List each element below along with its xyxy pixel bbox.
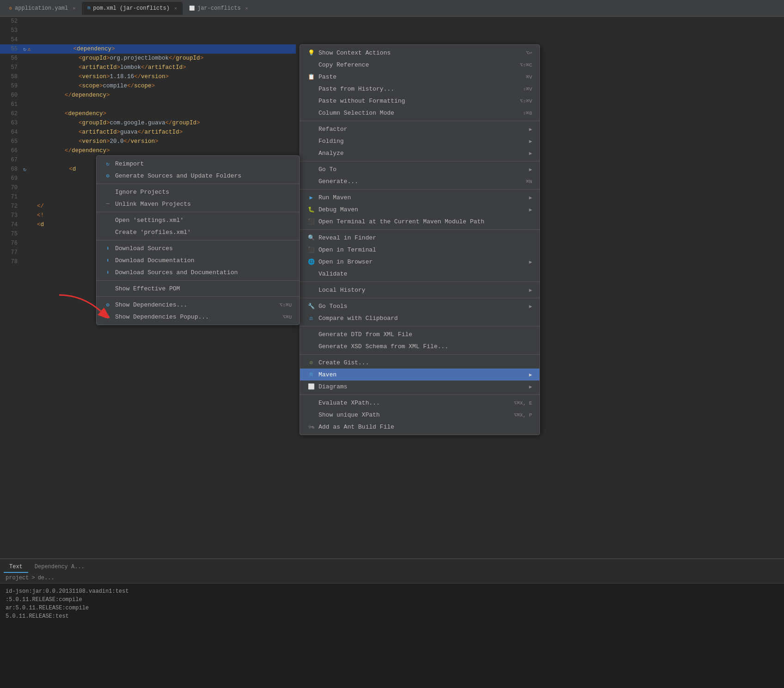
compare-clipboard-icon: ⚖ bbox=[307, 314, 315, 322]
bottom-content: id-json:jar:0.0.20131108.vaadin1:test :5… bbox=[0, 584, 784, 624]
menu-item-paste-history[interactable]: Paste from History... ⇧⌘V bbox=[300, 83, 539, 95]
show-unique-xpath-shortcut: ⌥⌘X, P bbox=[514, 412, 532, 418]
context-actions-icon: 💡 bbox=[307, 49, 315, 56]
menu-label-show-deps: Show Dependencies... bbox=[115, 301, 187, 308]
menu-item-paste[interactable]: 📋 Paste ⌘V bbox=[300, 71, 539, 83]
open-browser-icon: 🌐 bbox=[307, 258, 315, 265]
menu-item-effective-pom[interactable]: Show Effective POM bbox=[97, 283, 299, 295]
ignore-icon bbox=[104, 188, 111, 196]
menu-label-paste-no-format: Paste without Formatting bbox=[318, 98, 405, 104]
menu-item-generate-sources[interactable]: ⚙ Generate Sources and Update Folders bbox=[97, 170, 299, 182]
local-history-arrow: ▶ bbox=[529, 287, 532, 293]
tab-pom-close[interactable]: ✕ bbox=[174, 6, 177, 11]
tab-jar[interactable]: ⬜ jar-conflicts ✕ bbox=[184, 2, 254, 15]
tab-yaml[interactable]: ⚙ application.yaml ✕ bbox=[4, 2, 81, 15]
sep-2 bbox=[97, 212, 299, 212]
column-mode-icon bbox=[307, 109, 315, 117]
show-deps-popup-shortcut: ⌥⌘U bbox=[282, 314, 292, 320]
menu-item-diagrams[interactable]: ⬜ Diagrams ▶ bbox=[300, 381, 539, 393]
menu-item-add-ant-build[interactable]: 🐜 Add as Ant Build File bbox=[300, 421, 539, 433]
code-panel[interactable]: 52 53 54 55 ↻ ⚠ <dependency> 56 <g bbox=[0, 17, 296, 651]
paste-history-icon bbox=[307, 85, 315, 92]
menu-item-goto[interactable]: Go To ▶ bbox=[300, 163, 539, 175]
menu-item-gen-xsd[interactable]: Generate XSD Schema from XML File... bbox=[300, 340, 539, 352]
menu-label-goto: Go To bbox=[318, 166, 337, 173]
menu-item-download-both[interactable]: ⬇ Download Sources and Documentation bbox=[97, 266, 299, 278]
menu-item-run-maven[interactable]: ▶ Run Maven ▶ bbox=[300, 191, 539, 203]
menu-label-unlink: Unlink Maven Projects bbox=[115, 201, 191, 208]
sep-r2 bbox=[300, 161, 539, 161]
menu-item-debug-maven[interactable]: 🐛 Debug Maven ▶ bbox=[300, 203, 539, 215]
menu-item-maven[interactable]: m Maven ▶ bbox=[300, 369, 539, 381]
tab-jar-label: jar-conflicts bbox=[197, 5, 241, 12]
code-line-53: 53 bbox=[0, 26, 296, 35]
menu-item-column-mode[interactable]: Column Selection Mode ⇧⌘8 bbox=[300, 107, 539, 119]
show-deps-icon: ⚙ bbox=[104, 301, 111, 308]
goto-icon bbox=[307, 166, 315, 173]
menu-item-reimport[interactable]: ↻ Reimport bbox=[97, 158, 299, 170]
menu-item-create-profiles[interactable]: Create 'profiles.xml' bbox=[97, 226, 299, 238]
menu-item-refactor[interactable]: Refactor ▶ bbox=[300, 123, 539, 135]
menu-item-open-terminal-maven[interactable]: ⬛ Open Terminal at the Current Maven Mod… bbox=[300, 215, 539, 227]
analyze-icon bbox=[307, 149, 315, 157]
debug-maven-arrow: ▶ bbox=[529, 207, 532, 213]
menu-item-context-actions[interactable]: 💡 Show Context Actions ⌥↩ bbox=[300, 47, 539, 59]
menu-item-generate[interactable]: Generate... ⌘N bbox=[300, 175, 539, 187]
bottom-tab-text[interactable]: Text bbox=[4, 562, 28, 573]
sep-r4 bbox=[300, 229, 539, 230]
profiles-icon bbox=[104, 228, 111, 236]
show-deps-popup-icon: ⚙ bbox=[104, 313, 111, 320]
maven-menu-icon: m bbox=[307, 371, 315, 378]
menu-label-download-both: Download Sources and Documentation bbox=[115, 269, 238, 276]
menu-item-paste-no-format[interactable]: Paste without Formatting ⌥⇧⌘V bbox=[300, 95, 539, 107]
gen-dtd-icon bbox=[307, 331, 315, 338]
menu-item-unlink[interactable]: — Unlink Maven Projects bbox=[97, 198, 299, 210]
paste-icon: 📋 bbox=[307, 73, 315, 80]
breadcrumb-current: de... bbox=[38, 575, 55, 581]
menu-item-download-sources[interactable]: ⬇ Download Sources bbox=[97, 242, 299, 254]
refactor-arrow: ▶ bbox=[529, 126, 532, 132]
maven-icon: m bbox=[87, 6, 90, 11]
menu-item-open-terminal[interactable]: ⬛ Open in Terminal bbox=[300, 244, 539, 256]
tab-pom[interactable]: m pom.xml (jar-conflicts) ✕ bbox=[82, 2, 183, 15]
menu-item-validate[interactable]: Validate bbox=[300, 268, 539, 280]
menu-item-analyze[interactable]: Analyze ▶ bbox=[300, 147, 539, 159]
code-line-52: 52 bbox=[0, 17, 296, 26]
diagrams-icon: ⬜ bbox=[307, 383, 315, 390]
menu-label-download-sources: Download Sources bbox=[115, 245, 173, 252]
download-both-icon: ⬇ bbox=[104, 269, 111, 276]
refactor-icon bbox=[307, 125, 315, 133]
menu-item-evaluate-xpath[interactable]: Evaluate XPath... ⌥⌘X, E bbox=[300, 397, 539, 409]
menu-item-folding[interactable]: Folding ▶ bbox=[300, 135, 539, 147]
menu-item-reveal-finder[interactable]: 🔍 Reveal in Finder bbox=[300, 232, 539, 244]
jar-icon: ⬜ bbox=[189, 6, 195, 11]
menu-item-compare-clipboard[interactable]: ⚖ Compare with Clipboard bbox=[300, 312, 539, 324]
tab-yaml-close[interactable]: ✕ bbox=[73, 6, 75, 11]
bottom-tab-dependency[interactable]: Dependency A... bbox=[29, 562, 90, 573]
sep-r7 bbox=[300, 326, 539, 326]
menu-item-go-tools[interactable]: 🔧 Go Tools ▶ bbox=[300, 300, 539, 312]
run-maven-icon: ▶ bbox=[307, 194, 315, 201]
menu-item-show-deps[interactable]: ⚙ Show Dependencies... ⌥⇧⌘U bbox=[97, 299, 299, 311]
menu-item-create-gist[interactable]: ⚙ Create Gist... bbox=[300, 356, 539, 369]
menu-item-local-history[interactable]: Local History ▶ bbox=[300, 284, 539, 296]
menu-item-copy-ref[interactable]: Copy Reference ⌥⇧⌘C bbox=[300, 59, 539, 71]
tab-jar-close[interactable]: ✕ bbox=[245, 6, 248, 11]
menu-label-validate: Validate bbox=[318, 270, 347, 277]
menu-item-show-unique-xpath[interactable]: Show unique XPath ⌥⌘X, P bbox=[300, 409, 539, 421]
main-context-menu: 💡 Show Context Actions ⌥↩ Copy Reference… bbox=[300, 44, 540, 435]
menu-item-download-docs[interactable]: ⬇ Download Documentation bbox=[97, 254, 299, 266]
menu-item-ignore[interactable]: Ignore Projects bbox=[97, 186, 299, 198]
column-mode-shortcut: ⇧⌘8 bbox=[523, 110, 532, 116]
menu-label-reveal-finder: Reveal in Finder bbox=[318, 234, 376, 241]
menu-label-open-terminal: Open in Terminal bbox=[318, 246, 376, 253]
paste-shortcut: ⌘V bbox=[526, 74, 532, 80]
menu-item-gen-dtd[interactable]: Generate DTD from XML File bbox=[300, 328, 539, 340]
menu-item-open-settings[interactable]: Open 'settings.xml' bbox=[97, 214, 299, 226]
maven-context-menu: ↻ Reimport ⚙ Generate Sources and Update… bbox=[96, 155, 300, 325]
menu-label-add-ant-build: Add as Ant Build File bbox=[318, 424, 394, 430]
menu-label-effective-pom: Show Effective POM bbox=[115, 285, 180, 292]
menu-item-show-deps-popup[interactable]: ⚙ Show Dependencies Popup... ⌥⌘U bbox=[97, 311, 299, 323]
menu-item-open-browser[interactable]: 🌐 Open in Browser ▶ bbox=[300, 256, 539, 268]
reimport-icon: ↻ bbox=[104, 160, 111, 167]
